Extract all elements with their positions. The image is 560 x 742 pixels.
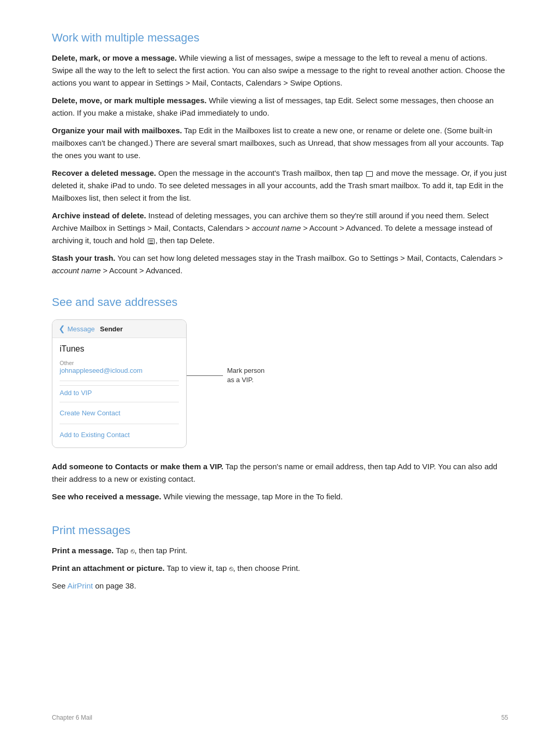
contact-card-body: iTunes Other johnappleseed@icloud.com Ad… — [52, 338, 186, 447]
paragraph-recover-deleted: Recover a deleted message. Open the mess… — [52, 167, 508, 204]
text-print-attachment: Tap to view it, tap ⎋, then choose Print… — [166, 564, 300, 572]
work-with-messages-section: Work with multiple messages Delete, mark… — [52, 31, 508, 277]
text-print-message: Tap ⎋, then tap Print. — [116, 546, 187, 555]
airprint-link[interactable]: AirPrint — [67, 581, 93, 590]
mailbox-icon — [366, 171, 373, 177]
annotation-group: Mark person as a VIP. — [187, 366, 264, 385]
divider-2 — [60, 402, 179, 402]
paragraph-airprint: See AirPrint on page 38. — [52, 580, 508, 592]
paragraph-delete-multiple: Delete, move, or mark multiple messages.… — [52, 94, 508, 119]
paragraph-stash-trash: Stash your trash. You can set how long d… — [52, 252, 508, 277]
text-see-who-received: While viewing the message, tap More in t… — [163, 492, 343, 501]
annotation-text: Mark person as a VIP. — [227, 366, 264, 385]
bold-print-message: Print a message. — [52, 546, 114, 555]
create-new-contact-button[interactable]: Create New Contact — [60, 407, 179, 419]
text-on-page: on page 38. — [93, 581, 136, 590]
sender-label: Sender — [100, 325, 123, 333]
bold-delete-mark-move: Delete, mark, or move a message. — [52, 53, 177, 62]
print-messages-title: Print messages — [52, 524, 508, 537]
divider-1 — [60, 381, 179, 381]
add-to-vip-button[interactable]: Add to VIP — [60, 385, 179, 397]
contact-field-label: Other — [60, 360, 179, 366]
contact-email[interactable]: johnappleseed@icloud.com — [60, 367, 179, 374]
callout-line — [187, 375, 223, 376]
work-with-messages-title: Work with multiple messages — [52, 31, 508, 45]
bold-delete-multiple: Delete, move, or mark multiple messages. — [52, 96, 206, 105]
paragraph-organize-mailboxes: Organize your mail with mailboxes. Tap E… — [52, 124, 508, 162]
contact-card-wrapper: ❮ Message Sender iTunes Other johnapples… — [52, 319, 508, 448]
bold-archive-instead: Archive instead of delete. — [52, 211, 146, 220]
bold-print-attachment: Print an attachment or picture. — [52, 564, 165, 572]
paragraph-archive-instead: Archive instead of delete. Instead of de… — [52, 209, 508, 247]
text-recover-deleted: Open the message in the account's Trash … — [158, 169, 365, 177]
back-arrow-icon: ❮ — [59, 324, 65, 333]
bold-see-who-received: See who received a message. — [52, 492, 161, 501]
bold-recover-deleted: Recover a deleted message. — [52, 169, 156, 177]
footer-page-number: 55 — [501, 714, 508, 721]
contact-card-header: ❮ Message Sender — [52, 320, 186, 338]
share-icon-2: ⎋ — [229, 564, 233, 575]
back-label[interactable]: Message — [67, 325, 95, 333]
footer: Chapter 6 Mail 55 — [52, 714, 508, 721]
bold-organize-mailboxes: Organize your mail with mailboxes. — [52, 126, 182, 135]
print-messages-section: Print messages Print a message. Tap ⎋, t… — [52, 524, 508, 592]
paragraph-print-attachment: Print an attachment or picture. Tap to v… — [52, 562, 508, 575]
text-stash-trash: You can set how long deleted messages st… — [52, 254, 503, 275]
see-save-section: See and save addresses ❮ Message Sender … — [52, 296, 508, 503]
lines-icon — [148, 239, 155, 244]
contact-name: iTunes — [60, 344, 179, 354]
share-icon-1: ⎋ — [131, 546, 135, 557]
text-archive-instead-2: , then tap Delete. — [156, 236, 215, 245]
paragraph-add-contacts: Add someone to Contacts or make them a V… — [52, 460, 508, 485]
contact-card: ❮ Message Sender iTunes Other johnapples… — [52, 319, 187, 448]
add-to-existing-contact-button[interactable]: Add to Existing Contact — [60, 428, 179, 441]
page-content: Work with multiple messages Delete, mark… — [0, 0, 560, 649]
paragraph-see-who-received: See who received a message. While viewin… — [52, 491, 508, 503]
text-see: See — [52, 581, 67, 590]
bold-stash-trash: Stash your trash. — [52, 254, 116, 262]
see-save-title: See and save addresses — [52, 296, 508, 309]
paragraph-print-message: Print a message. Tap ⎋, then tap Print. — [52, 544, 508, 557]
bold-add-contacts: Add someone to Contacts or make them a V… — [52, 462, 223, 471]
divider-3 — [60, 424, 179, 424]
footer-chapter: Chapter 6 Mail — [52, 714, 92, 721]
paragraph-delete-mark-move: Delete, mark, or move a message. While v… — [52, 52, 508, 89]
